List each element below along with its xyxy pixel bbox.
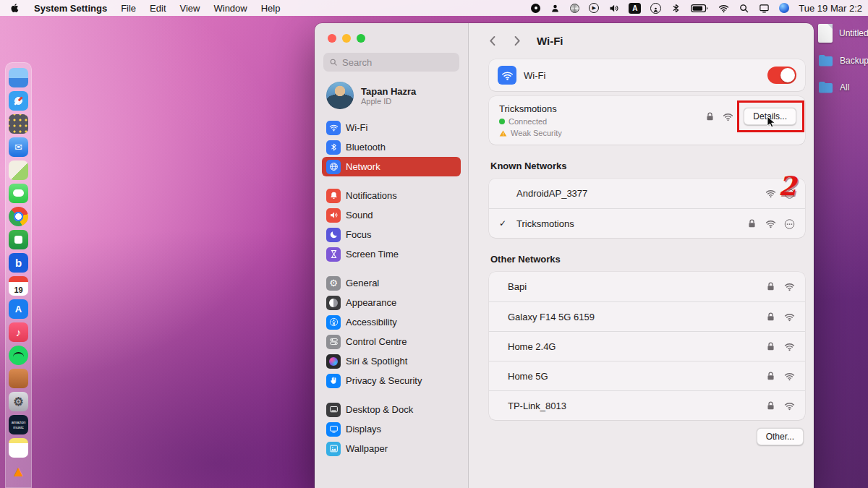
screen-record-icon[interactable] <box>531 4 540 13</box>
menu-edit[interactable]: Edit <box>150 3 166 14</box>
desktop-folder-all[interactable]: All <box>816 79 868 96</box>
dock-amazon-music-icon[interactable]: amazon music <box>9 415 28 435</box>
dock-app-store-icon[interactable]: A <box>9 299 28 319</box>
sidebar-item-control-centre[interactable]: Control Centre <box>322 332 461 351</box>
connected-network-name: Tricksmotions <box>499 103 562 114</box>
dock-vlc-icon[interactable]: ▲ <box>9 461 28 481</box>
wifi-row-label: Wi-Fi <box>524 70 545 81</box>
dock-system-settings-icon[interactable]: ⚙ <box>9 392 28 411</box>
settings-sidebar: Search Tapan Hazra Apple ID Wi-Fi Blueto… <box>315 23 469 488</box>
menu-view[interactable]: View <box>180 3 200 14</box>
dock-chrome-icon[interactable] <box>9 207 28 226</box>
forward-button[interactable] <box>510 34 524 48</box>
menu-window[interactable]: Window <box>213 3 247 14</box>
network-row-bapi[interactable]: Bapi <box>489 272 805 301</box>
wifi-toggle[interactable] <box>767 67 796 84</box>
known-networks-header: Known Networks <box>490 160 805 171</box>
dock-launchpad-icon[interactable] <box>9 114 28 134</box>
network-row-home5g[interactable]: Home 5G <box>489 361 805 390</box>
network-row-home24g[interactable]: Home 2.4G <box>489 331 805 361</box>
other-network-button[interactable]: Other... <box>757 428 804 445</box>
network-row-androidap[interactable]: AndroidAP_3377 <box>489 179 805 208</box>
sidebar-item-label: Accessibility <box>346 317 397 328</box>
content-header: Wi-Fi <box>469 23 814 58</box>
security-warning-label: Weak Security <box>511 129 562 137</box>
sidebar-item-siri-spotlight[interactable]: Siri & Spotlight <box>322 351 461 371</box>
sidebar-item-sound[interactable]: Sound <box>322 205 461 225</box>
sidebar-item-general[interactable]: ⚙ General <box>322 273 461 293</box>
desktop-file-label: All <box>840 82 849 93</box>
dock-mail-icon[interactable]: ✉ <box>9 137 28 157</box>
lock-icon <box>765 341 776 352</box>
network-row-tricksmotions[interactable]: ✓ Tricksmotions <box>489 208 805 238</box>
appearance-icon <box>326 296 341 310</box>
sidebar-item-privacy-security[interactable]: Privacy & Security <box>322 371 461 390</box>
sidebar-item-notifications[interactable]: Notifications <box>322 186 461 205</box>
sidebar-item-screen-time[interactable]: Screen Time <box>322 244 461 264</box>
dock-messages-icon[interactable] <box>9 184 28 203</box>
camera-status-icon[interactable] <box>570 4 579 13</box>
wallpaper-icon <box>326 442 341 456</box>
sidebar-item-displays[interactable]: Displays <box>322 419 461 439</box>
apple-menu-icon[interactable] <box>10 3 20 13</box>
search-icon <box>329 58 338 67</box>
lock-icon <box>746 218 757 229</box>
sidebar-item-accessibility[interactable]: Accessibility <box>322 312 461 332</box>
battery-icon[interactable] <box>691 4 709 13</box>
bluetooth-status-icon[interactable] <box>671 3 681 14</box>
network-name: Home 2.4G <box>508 341 556 352</box>
sidebar-item-label: Displays <box>346 424 381 435</box>
user-account-icon[interactable] <box>650 3 661 14</box>
display-status-icon[interactable] <box>759 3 770 14</box>
dock-settings-icon <box>326 403 341 417</box>
dock-spotify-icon[interactable] <box>9 346 28 365</box>
desktop-file-untitled[interactable]: Untitled <box>816 24 868 43</box>
minimize-button[interactable] <box>342 34 351 43</box>
wifi-status-icon[interactable] <box>718 3 729 14</box>
network-row-galaxy[interactable]: Galaxy F14 5G 6159 <box>489 301 805 331</box>
sidebar-item-wifi[interactable]: Wi-Fi <box>322 118 461 137</box>
sidebar-item-label: Wi-Fi <box>346 122 367 133</box>
desktop-files: Untitled Backup All <box>816 24 868 96</box>
sidebar-item-appearance[interactable]: Appearance <box>322 293 461 312</box>
play-status-icon[interactable]: ▶ <box>589 3 599 13</box>
close-button[interactable] <box>328 34 336 43</box>
sidebar-item-desktop-dock[interactable]: Desktop & Dock <box>322 400 461 419</box>
dock-notes-icon[interactable] <box>9 438 28 458</box>
folder-icon <box>816 79 835 96</box>
sidebar-item-focus[interactable]: Focus <box>322 225 461 244</box>
dock: ✉ b 19 A ♪ ⚙ amazon music ▲ <box>5 62 32 488</box>
menu-app-name[interactable]: System Settings <box>34 3 107 14</box>
desktop-file-label: Backup <box>840 56 868 66</box>
person-status-icon[interactable] <box>550 3 561 14</box>
menu-help[interactable]: Help <box>261 3 281 14</box>
wifi-signal-icon <box>765 188 776 199</box>
search-input[interactable]: Search <box>323 53 459 72</box>
zoom-button[interactable] <box>357 34 365 43</box>
dock-bitwarden-icon[interactable]: b <box>9 253 28 273</box>
network-row-tplink[interactable]: TP-Link_8013 <box>489 390 805 420</box>
dock-maps-icon[interactable] <box>9 160 28 180</box>
volume-icon[interactable] <box>608 3 619 14</box>
menu-file[interactable]: File <box>121 3 136 14</box>
input-source-badge[interactable]: A <box>629 3 641 14</box>
dock-finder-icon[interactable] <box>9 68 28 87</box>
spotlight-search-icon[interactable] <box>739 3 749 14</box>
dock-calendar-icon[interactable]: 19 <box>9 276 28 296</box>
desktop-folder-backup[interactable]: Backup <box>816 52 868 69</box>
more-options-icon[interactable] <box>784 218 795 229</box>
dock-green-app-icon[interactable] <box>9 230 28 249</box>
dock-orange-app-icon[interactable] <box>9 369 28 388</box>
sidebar-item-network[interactable]: Network <box>322 157 461 176</box>
back-button[interactable] <box>486 34 500 48</box>
apple-id-row[interactable]: Tapan Hazra Apple ID <box>315 74 468 115</box>
sidebar-item-bluetooth[interactable]: Bluetooth <box>322 137 461 157</box>
menu-clock[interactable]: Tue 19 Mar 2:2 <box>799 3 862 14</box>
connected-network-row: Tricksmotions Connected Weak Security <box>489 96 805 145</box>
sidebar-nav: Wi-Fi Bluetooth Network Notifications <box>315 115 468 488</box>
dock-safari-icon[interactable] <box>9 91 28 111</box>
dock-music-icon[interactable]: ♪ <box>9 322 28 342</box>
assistant-icon[interactable] <box>779 3 789 13</box>
sidebar-item-wallpaper[interactable]: Wallpaper <box>322 439 461 458</box>
lock-icon <box>765 281 776 292</box>
